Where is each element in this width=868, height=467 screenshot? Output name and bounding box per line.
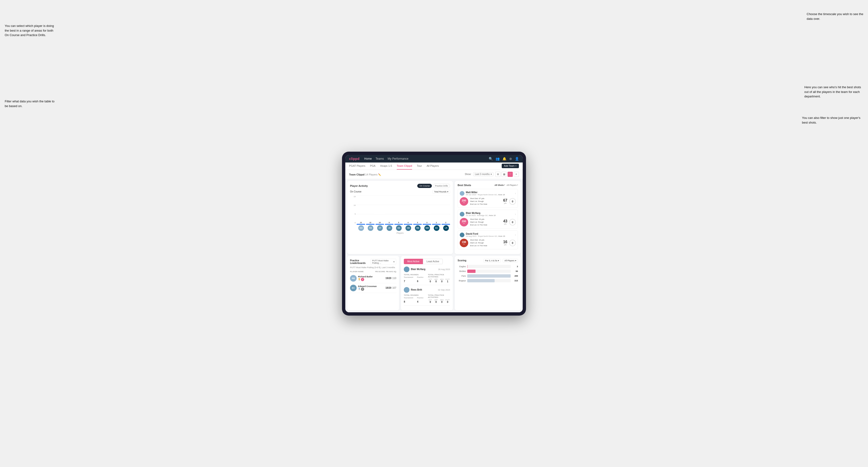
show-dropdown[interactable]: Last 3 months ▾ — [473, 172, 493, 176]
scoring-label-eagles: Eagles — [458, 266, 466, 268]
tab-pgat[interactable]: PGAT Players — [349, 162, 365, 169]
stats-grid: Total Rounds Tournament 7 Practice 6 — [404, 274, 450, 283]
leaderboard-dropdown[interactable]: PUTT Must Make Putting ... ▾ — [371, 259, 396, 265]
avatar-l-robertson[interactable]: LR — [443, 225, 449, 231]
tab-bar: PGAT Players PGA Hcaps 1-5 Team Clippd T… — [345, 162, 523, 170]
avatar-b-mcharg[interactable]: BM — [358, 225, 364, 231]
view-icon-list[interactable]: ▦ — [501, 172, 507, 177]
scoring-bar-fill-pars — [467, 274, 511, 278]
avatar-m-miller[interactable]: MM — [424, 225, 430, 231]
annotation-top-left: You can select which player is doing the… — [5, 24, 57, 37]
stats-grid: Total Rounds Tournament 8 Practice 4 — [404, 294, 450, 304]
avatar-j-coles[interactable]: JC — [386, 225, 392, 231]
nav-link-home[interactable]: Home — [364, 157, 372, 160]
player-activity-panel: Player Activity On Course Practice Drill… — [347, 181, 453, 254]
avatar-o-billingham[interactable]: OB — [405, 225, 411, 231]
scoring-value-pars: 499 — [512, 275, 518, 277]
activity-name: Rees Britt — [411, 288, 422, 291]
player-meta: 23 Jul 2023 · Ashridge GC, Hole 15 — [466, 214, 514, 217]
tab-all-players[interactable]: All Players — [427, 162, 439, 169]
best-shots-panel: Best Shots All Shots ▾ All Players ▾ — [455, 181, 521, 254]
activity-entry-blair: Blair McHarg 26 Aug 2023 Total Rounds To… — [404, 267, 450, 285]
avatar-e-crossman[interactable]: EC — [434, 225, 439, 231]
team-title: Team Clippd 14 Players ✏️ — [349, 173, 381, 176]
activity-avatar — [404, 287, 409, 293]
stats-label: Total Rounds — [404, 294, 426, 296]
scoring-filter-players[interactable]: All Players ▾ — [503, 259, 518, 262]
x-axis-label: Players — [350, 232, 450, 234]
shot-card-matt-miller[interactable]: Matt Miller 09 Jun 2023 · Royal North De… — [458, 189, 518, 208]
tab-most-active[interactable]: Most Active — [404, 259, 423, 264]
nav-link-teams[interactable]: Teams — [375, 157, 384, 160]
lb-score: 19/20 — [385, 277, 391, 280]
view-icon-grid[interactable]: ⊞ — [495, 172, 500, 177]
player-avatars-row: BM RB DF JC EE OB RB MM EC LR — [350, 224, 450, 231]
bar-chart: 13 12 — [356, 195, 450, 224]
avatar-d-ford[interactable]: DF — [377, 225, 383, 231]
bell-icon[interactable]: 🔔 — [502, 157, 506, 161]
player-name: David Ford — [466, 232, 514, 235]
tab-pga[interactable]: PGA — [370, 162, 375, 169]
leaderboard-columns: PLAYER NAME PB SCORE PB AVG SQ — [350, 271, 396, 273]
leaderboard-subtitle: PUTT Must Make Putting (3-6 ft), Last 3 … — [350, 266, 396, 269]
scoring-value-birdies: 96 — [512, 270, 518, 272]
lb-avg: 110 — [392, 277, 396, 280]
player-meta: 24 Aug 2023 · Royal North Devon GC, Hole… — [466, 235, 514, 237]
scoring-bar-bogeys — [467, 279, 511, 282]
nav-bar: clippd Home Teams My Performance 🔍 👥 🔔 ⊕… — [345, 155, 523, 162]
toggle-on-course[interactable]: On Course — [417, 184, 432, 188]
nav-link-performance[interactable]: My Performance — [388, 157, 408, 160]
stats-rounds-values: Tournament 7 Practice 6 — [404, 276, 426, 283]
leaderboard-row-richard[interactable]: RB Richard Butler 🏆 1 19/20 110 — [350, 274, 396, 283]
scoring-value-eagles: 3 — [512, 266, 518, 268]
shot-stat-distance: 43 yds — [503, 219, 507, 225]
player-activity-title: Player Activity — [350, 184, 368, 187]
tab-hcaps[interactable]: Hcaps 1-5 — [380, 162, 392, 169]
plus-icon[interactable]: ⊕ — [509, 157, 512, 161]
lb-avatar: RB — [350, 275, 356, 282]
tab-tour[interactable]: Tour — [417, 162, 422, 169]
chevron-right-icon: › — [515, 233, 516, 237]
bar-r-butler: 3 — [413, 222, 422, 224]
chart-dropdown[interactable]: Total Rounds ▾ — [432, 190, 450, 194]
bar-l-robertson: 2 — [441, 222, 450, 224]
add-team-button[interactable]: Add Team + — [502, 164, 519, 168]
view-icon-heart[interactable]: ♡ — [507, 172, 513, 177]
scoring-filter-par[interactable]: Par 3, 4 & 5s ▾ — [483, 259, 501, 262]
leaderboard-title: Practice Leaderboards — [350, 259, 371, 264]
avatar-r-britt[interactable]: RB — [368, 225, 373, 231]
tablet-screen: clippd Home Teams My Performance 🔍 👥 🔔 ⊕… — [345, 155, 523, 312]
user-icon[interactable]: 👤 — [515, 157, 519, 161]
avatar-r-butler[interactable]: RB — [415, 225, 421, 231]
leaderboard-row-edward[interactable]: EC Edward Crossman 🥈 2 18/20 107 — [350, 283, 396, 293]
view-icon-menu[interactable]: ≡ — [514, 172, 519, 177]
player-activity-header: Player Activity On Course Practice Drill… — [350, 184, 450, 188]
player-name: Blair McHarg — [466, 212, 514, 214]
tab-team-clippd[interactable]: Team Clippd — [397, 162, 412, 169]
scoring-header: Scoring Par 3, 4 & 5s ▾ All Players ▾ — [458, 259, 518, 262]
tab-actions: Add Team + — [502, 164, 519, 168]
player-info: Matt Miller 09 Jun 2023 · Royal North De… — [466, 191, 514, 196]
scoring-bar-pars — [467, 274, 511, 278]
shot-card-blair-mcharg[interactable]: Blair McHarg 23 Jul 2023 · Ashridge GC, … — [458, 210, 518, 228]
edit-icon[interactable]: ✏️ — [378, 173, 381, 176]
best-shots-filter-tabs: All Shots ▾ All Players ▾ — [494, 184, 518, 186]
filter-all-players[interactable]: All Players ▾ — [506, 184, 518, 186]
chart-area: On Course Total Rounds ▾ 15 10 — [350, 190, 450, 234]
nav-actions: 🔍 👥 🔔 ⊕ 👤 — [489, 157, 519, 161]
bar-b-mcharg: 13 — [356, 222, 365, 224]
content-area: Player Activity On Course Practice Drill… — [345, 179, 523, 312]
tab-least-active[interactable]: Least Active — [423, 259, 443, 264]
lb-player-name: Richard Butler — [358, 276, 373, 278]
shot-badge: 200 SG — [460, 218, 468, 226]
activity-entry-header: Rees Britt 02 Sep 2023 — [404, 287, 450, 293]
users-icon[interactable]: 👥 — [496, 157, 500, 161]
chevron-down-icon: ▾ — [491, 173, 492, 176]
avatar-e-ebert[interactable]: EE — [396, 225, 402, 231]
activity-name: Blair McHarg — [411, 268, 426, 271]
shot-card-david-ford[interactable]: David Ford 24 Aug 2023 · Royal North Dev… — [458, 230, 518, 249]
filter-all-shots[interactable]: All Shots ▾ — [494, 184, 505, 186]
search-icon[interactable]: 🔍 — [489, 157, 493, 161]
lb-player-info: Richard Butler 🏆 1 — [358, 276, 373, 281]
toggle-practice[interactable]: Practice Drills — [433, 184, 450, 188]
